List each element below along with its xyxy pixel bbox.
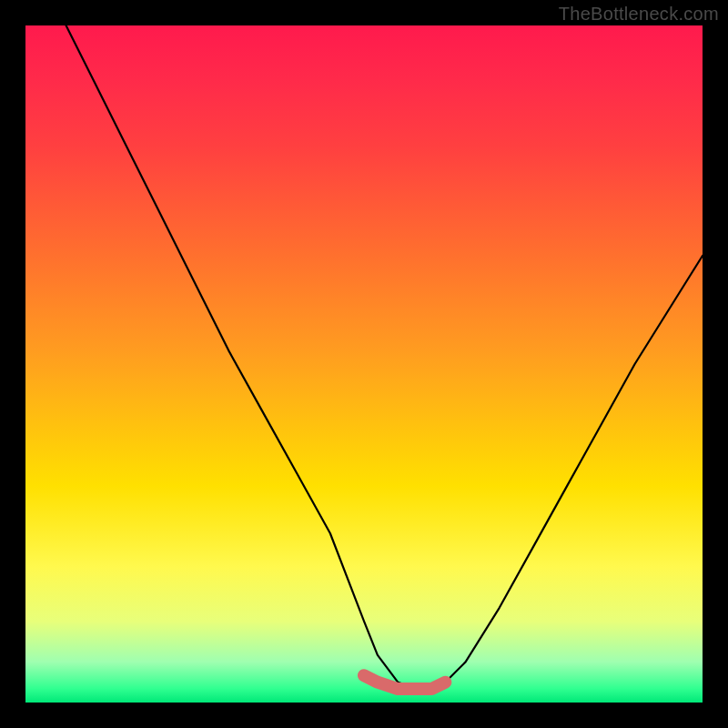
chart-frame: TheBottleneck.com — [0, 0, 728, 728]
watermark-text: TheBottleneck.com — [559, 4, 719, 25]
black-curve-path — [66, 25, 703, 689]
plot-area — [25, 25, 703, 703]
valley-highlight-path — [364, 675, 445, 689]
chart-svg — [25, 25, 703, 703]
